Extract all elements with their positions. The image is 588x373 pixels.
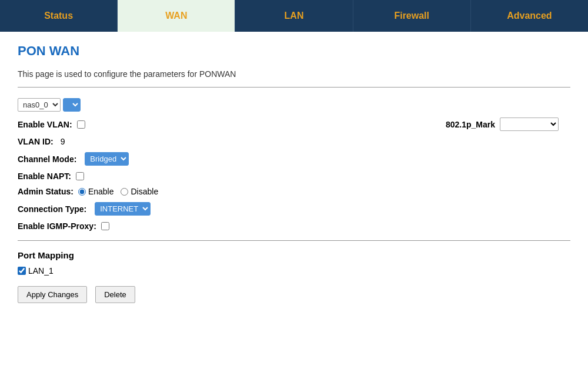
enable-napt-checkbox[interactable] bbox=[76, 172, 84, 180]
navigation: Status WAN LAN Firewall Advanced bbox=[0, 0, 588, 32]
admin-status-label: Admin Status: bbox=[18, 187, 74, 196]
nav-firewall[interactable]: Firewall bbox=[353, 0, 471, 32]
connection-type-select[interactable]: INTERNET TR069 VOIP bbox=[95, 202, 151, 216]
divider-middle bbox=[18, 240, 570, 241]
igmp-proxy-checkbox[interactable] bbox=[101, 222, 109, 230]
channel-mode-select[interactable]: Bridged Routed bbox=[85, 152, 129, 166]
nas-arrow-select[interactable] bbox=[63, 98, 81, 112]
vlan-id-value: 9 bbox=[61, 137, 65, 146]
igmp-proxy-label: Enable IGMP-Proxy: bbox=[18, 221, 96, 231]
enable-napt-row: Enable NAPT: bbox=[18, 172, 570, 181]
lan1-checkbox-label[interactable]: LAN_1 bbox=[18, 266, 570, 275]
channel-mode-row: Channel Mode: Bridged Routed bbox=[18, 152, 570, 166]
vlan-left: Enable VLAN: bbox=[18, 120, 85, 129]
admin-status-radios: Enable Disable bbox=[78, 187, 158, 196]
port-mapping-title: Port Mapping bbox=[18, 250, 570, 260]
admin-enable-label: Enable bbox=[88, 187, 114, 196]
nas-select[interactable]: nas0_0 bbox=[18, 98, 61, 112]
connection-type-row: Connection Type: INTERNET TR069 VOIP bbox=[18, 202, 570, 216]
nav-lan[interactable]: LAN bbox=[235, 0, 353, 32]
nav-wan[interactable]: WAN bbox=[118, 0, 235, 32]
delete-button[interactable]: Delete bbox=[95, 286, 135, 303]
divider-top bbox=[18, 87, 570, 88]
admin-disable-option[interactable]: Disable bbox=[121, 187, 158, 196]
port-mapping-section: Port Mapping LAN_1 bbox=[18, 250, 570, 275]
button-row: Apply Changes Delete bbox=[18, 286, 570, 303]
page-description: This page is used to configure the param… bbox=[18, 69, 570, 79]
vlan-802-label: 802.1p_Mark bbox=[446, 120, 495, 129]
connection-type-label: Connection Type: bbox=[18, 204, 86, 214]
admin-enable-option[interactable]: Enable bbox=[78, 187, 114, 196]
vlan-id-row: VLAN ID: 9 bbox=[18, 137, 570, 146]
main-content: PON WAN This page is used to configure t… bbox=[0, 32, 588, 315]
enable-vlan-label: Enable VLAN: bbox=[18, 120, 72, 129]
admin-status-row: Admin Status: Enable Disable bbox=[18, 187, 570, 196]
page-title: PON WAN bbox=[18, 43, 570, 59]
nas-selector-row: nas0_0 bbox=[18, 98, 570, 112]
igmp-proxy-row: Enable IGMP-Proxy: bbox=[18, 221, 570, 231]
admin-enable-radio[interactable] bbox=[78, 188, 86, 196]
admin-disable-radio[interactable] bbox=[121, 188, 128, 196]
lan1-checkbox[interactable] bbox=[18, 267, 26, 275]
lan1-label: LAN_1 bbox=[28, 266, 54, 275]
enable-vlan-checkbox[interactable] bbox=[77, 120, 85, 129]
admin-disable-label: Disable bbox=[131, 187, 158, 196]
enable-napt-label: Enable NAPT: bbox=[18, 172, 71, 181]
nav-advanced[interactable]: Advanced bbox=[471, 0, 588, 32]
apply-changes-button[interactable]: Apply Changes bbox=[18, 286, 87, 303]
vlan-id-label: VLAN ID: bbox=[18, 137, 54, 146]
vlan-802-select[interactable] bbox=[500, 117, 559, 131]
channel-mode-label: Channel Mode: bbox=[18, 154, 76, 164]
nav-status[interactable]: Status bbox=[0, 0, 118, 32]
vlan-row: Enable VLAN: 802.1p_Mark bbox=[18, 117, 570, 131]
vlan-right: 802.1p_Mark bbox=[446, 117, 559, 131]
